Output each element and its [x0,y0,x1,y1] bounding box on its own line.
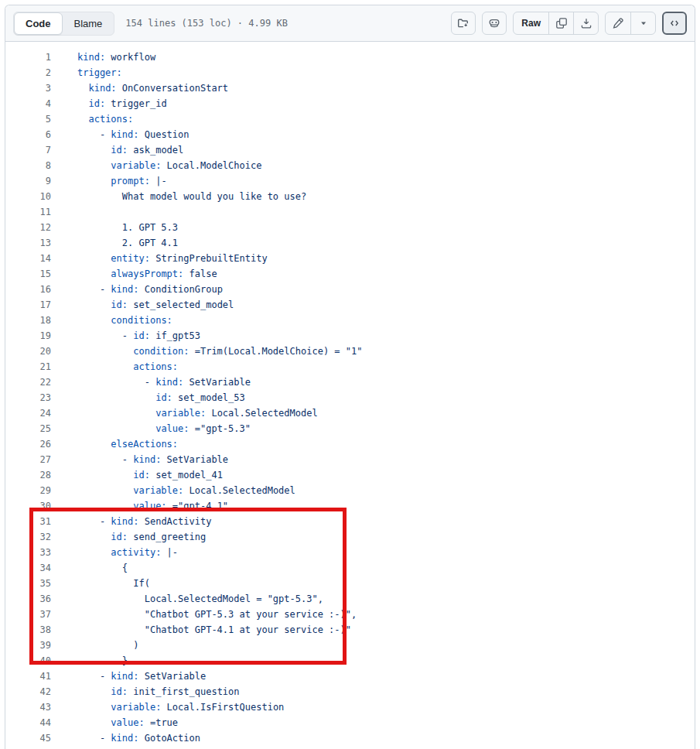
code-text: variable: Local.IsFirstQuestion [51,699,284,715]
code-lines: 1kind: workflow2trigger:3 kind: OnConver… [5,50,695,749]
code-area: 1kind: workflow2trigger:3 kind: OnConver… [5,42,695,749]
line-number[interactable]: 29 [5,483,51,498]
line-number[interactable]: 26 [5,436,51,452]
code-line: 21 actions: [5,359,695,374]
line-number[interactable]: 31 [5,514,51,529]
line-number[interactable]: 27 [5,452,51,467]
line-number[interactable]: 16 [5,282,51,297]
line-number[interactable]: 42 [5,684,51,699]
line-number[interactable]: 3 [5,80,51,96]
raw-label: Raw [519,18,543,29]
line-number[interactable]: 36 [5,591,51,607]
code-symbols-toggle[interactable] [662,12,687,35]
line-number[interactable]: 33 [5,545,51,560]
line-number[interactable]: 46 [5,746,51,749]
line-number[interactable]: 45 [5,730,51,746]
line-number[interactable]: 37 [5,607,51,622]
code-text: id: set_model_41 [51,467,223,483]
copilot-button[interactable] [482,12,507,35]
file-tree-button[interactable] [451,12,476,35]
code-line: 42 id: init_first_question [5,684,695,699]
line-number[interactable]: 43 [5,699,51,715]
line-number[interactable]: 44 [5,715,51,730]
line-number[interactable]: 28 [5,467,51,483]
raw-copy-download-group: Raw [513,12,599,35]
code-line: 45 - kind: GotoAction [5,730,695,746]
line-number[interactable]: 41 [5,669,51,684]
line-number[interactable]: 11 [5,204,51,220]
code-line: 18 conditions: [5,313,695,328]
line-number[interactable]: 32 [5,529,51,545]
line-number[interactable]: 30 [5,498,51,514]
code-text: actionId: ask_question [51,746,234,749]
code-line: 6 - kind: Question [5,127,695,142]
code-line: 29 variable: Local.SelectedModel [5,483,695,498]
blob-toolbar: Raw [451,12,687,35]
line-number[interactable]: 22 [5,374,51,390]
line-number[interactable]: 10 [5,189,51,204]
line-number[interactable]: 7 [5,142,51,158]
code-line: 12 1. GPT 5.3 [5,220,695,235]
tab-blame[interactable]: Blame [63,12,114,35]
code-line: 7 id: ask_model [5,142,695,158]
line-number[interactable]: 21 [5,359,51,374]
line-number[interactable]: 1 [5,50,51,65]
pencil-icon [612,17,624,29]
line-number[interactable]: 20 [5,344,51,359]
line-number[interactable]: 24 [5,405,51,421]
line-number[interactable]: 6 [5,127,51,142]
copy-raw-button[interactable] [548,12,573,34]
download-icon [580,17,592,29]
line-number[interactable]: 18 [5,313,51,328]
line-number[interactable]: 14 [5,251,51,266]
line-number[interactable]: 15 [5,266,51,282]
edit-button[interactable] [606,12,630,34]
line-number[interactable]: 25 [5,421,51,436]
download-button[interactable] [573,12,598,34]
code-text: value: =true [51,715,178,730]
raw-button[interactable]: Raw [514,12,548,34]
code-line: 20 condition: =Trim(Local.ModelChoice) =… [5,344,695,359]
code-line: 28 id: set_model_41 [5,467,695,483]
line-number[interactable]: 9 [5,173,51,189]
line-number[interactable]: 8 [5,158,51,173]
file-view-container: Code Blame 154 lines (153 loc) · 4.99 KB [5,5,695,749]
code-text: - kind: ConditionGroup [51,282,223,297]
code-text: Local.SelectedModel = "gpt-5.3", [51,591,323,607]
code-text: id: trigger_id [51,96,167,111]
line-number[interactable]: 12 [5,220,51,235]
code-line: 2trigger: [5,65,695,80]
code-line: 27 - kind: SetVariable [5,452,695,467]
code-text: activity: |- [51,545,178,560]
code-text: id: set_selected_model [51,297,234,313]
line-number[interactable]: 23 [5,390,51,405]
code-text: - kind: SetVariable [51,669,206,684]
line-number[interactable]: 5 [5,111,51,127]
code-line: 31 - kind: SendActivity [5,514,695,529]
code-text: entity: StringPrebuiltEntity [51,251,268,266]
line-number[interactable]: 13 [5,235,51,251]
code-line: 8 variable: Local.ModelChoice [5,158,695,173]
line-number[interactable]: 39 [5,638,51,653]
code-line: 15 alwaysPrompt: false [5,266,695,282]
tab-code[interactable]: Code [14,12,63,35]
code-text: kind: workflow [51,50,155,65]
code-line: 22 - kind: SetVariable [5,374,695,390]
copilot-icon [488,17,500,29]
code-text: value: ="gpt-5.3" [51,421,251,436]
line-number[interactable]: 40 [5,653,51,669]
code-line: 40 } [5,653,695,669]
edit-dropdown-button[interactable] [630,12,655,34]
line-number[interactable]: 17 [5,297,51,313]
line-number[interactable]: 4 [5,96,51,111]
code-text: - kind: SetVariable [51,452,228,467]
code-text: id: send_greeting [51,529,206,545]
code-text: elseActions: [51,436,178,452]
code-text: - kind: Question [51,127,190,142]
code-line: 35 If( [5,576,695,591]
line-number[interactable]: 19 [5,328,51,344]
line-number[interactable]: 34 [5,560,51,576]
line-number[interactable]: 35 [5,576,51,591]
line-number[interactable]: 2 [5,65,51,80]
line-number[interactable]: 38 [5,622,51,638]
